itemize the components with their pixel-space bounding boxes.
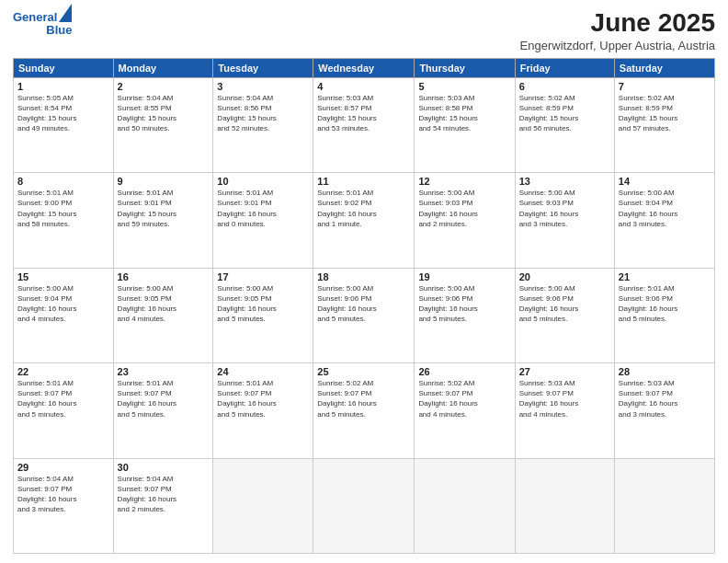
day-info: Sunrise: 5:01 AM Sunset: 9:01 PM Dayligh… — [217, 188, 309, 229]
calendar-cell: 2Sunrise: 5:04 AM Sunset: 8:55 PM Daylig… — [113, 77, 213, 172]
day-number: 6 — [519, 81, 610, 92]
column-header-friday: Friday — [515, 58, 614, 77]
day-number: 26 — [418, 366, 510, 377]
day-info: Sunrise: 5:01 AM Sunset: 9:01 PM Dayligh… — [118, 188, 210, 229]
day-info: Sunrise: 5:01 AM Sunset: 9:07 PM Dayligh… — [17, 378, 109, 419]
day-number: 21 — [619, 271, 711, 282]
day-info: Sunrise: 5:01 AM Sunset: 9:02 PM Dayligh… — [317, 188, 410, 229]
week-row-4: 22Sunrise: 5:01 AM Sunset: 9:07 PM Dayli… — [14, 363, 715, 458]
calendar-cell: 30Sunrise: 5:04 AM Sunset: 9:07 PM Dayli… — [113, 458, 213, 553]
day-number: 2 — [118, 81, 210, 92]
day-info: Sunrise: 5:02 AM Sunset: 9:07 PM Dayligh… — [317, 378, 410, 419]
day-number: 29 — [17, 462, 109, 473]
day-number: 25 — [317, 366, 410, 377]
day-number: 28 — [619, 366, 711, 377]
calendar-cell — [313, 458, 415, 553]
day-number: 10 — [217, 176, 309, 187]
calendar-cell: 26Sunrise: 5:02 AM Sunset: 9:07 PM Dayli… — [415, 363, 515, 458]
column-header-saturday: Saturday — [614, 58, 714, 77]
day-number: 7 — [619, 81, 711, 92]
day-info: Sunrise: 5:03 AM Sunset: 9:07 PM Dayligh… — [519, 378, 610, 419]
day-info: Sunrise: 5:04 AM Sunset: 8:55 PM Dayligh… — [118, 93, 210, 134]
day-number: 11 — [317, 176, 410, 187]
day-number: 9 — [118, 176, 210, 187]
header: General Blue June 2025 Engerwitzdorf, Up… — [13, 9, 715, 52]
column-header-tuesday: Tuesday — [213, 58, 313, 77]
calendar-cell: 13Sunrise: 5:00 AM Sunset: 9:03 PM Dayli… — [515, 173, 614, 268]
calendar-cell: 27Sunrise: 5:03 AM Sunset: 9:07 PM Dayli… — [515, 363, 614, 458]
day-number: 14 — [619, 176, 711, 187]
day-info: Sunrise: 5:01 AM Sunset: 9:07 PM Dayligh… — [217, 378, 309, 419]
calendar-cell: 11Sunrise: 5:01 AM Sunset: 9:02 PM Dayli… — [313, 173, 415, 268]
day-info: Sunrise: 5:00 AM Sunset: 9:05 PM Dayligh… — [217, 283, 309, 325]
calendar-cell: 17Sunrise: 5:00 AM Sunset: 9:05 PM Dayli… — [213, 268, 313, 362]
day-info: Sunrise: 5:00 AM Sunset: 9:06 PM Dayligh… — [317, 283, 410, 325]
day-number: 19 — [418, 271, 510, 282]
calendar-cell — [614, 458, 714, 553]
calendar-cell: 8Sunrise: 5:01 AM Sunset: 9:00 PM Daylig… — [14, 173, 114, 268]
day-number: 24 — [217, 366, 309, 377]
week-row-5: 29Sunrise: 5:04 AM Sunset: 9:07 PM Dayli… — [14, 458, 715, 553]
calendar: SundayMondayTuesdayWednesdayThursdayFrid… — [13, 58, 715, 554]
day-info: Sunrise: 5:02 AM Sunset: 8:59 PM Dayligh… — [519, 93, 610, 134]
day-number: 20 — [519, 271, 610, 282]
calendar-cell: 24Sunrise: 5:01 AM Sunset: 9:07 PM Dayli… — [213, 363, 313, 458]
location-title: Engerwitzdorf, Upper Austria, Austria — [520, 39, 715, 52]
day-info: Sunrise: 5:00 AM Sunset: 9:04 PM Dayligh… — [17, 283, 109, 325]
day-info: Sunrise: 5:03 AM Sunset: 9:07 PM Dayligh… — [619, 378, 711, 419]
logo-text-blue: Blue — [46, 24, 72, 38]
calendar-cell: 15Sunrise: 5:00 AM Sunset: 9:04 PM Dayli… — [14, 268, 114, 362]
calendar-cell: 9Sunrise: 5:01 AM Sunset: 9:01 PM Daylig… — [113, 173, 213, 268]
day-number: 17 — [217, 271, 309, 282]
day-number: 3 — [217, 81, 309, 92]
calendar-cell: 12Sunrise: 5:00 AM Sunset: 9:03 PM Dayli… — [415, 173, 515, 268]
day-number: 4 — [317, 81, 410, 92]
day-info: Sunrise: 5:00 AM Sunset: 9:03 PM Dayligh… — [418, 188, 510, 229]
day-info: Sunrise: 5:01 AM Sunset: 9:07 PM Dayligh… — [118, 378, 210, 419]
day-info: Sunrise: 5:00 AM Sunset: 9:04 PM Dayligh… — [619, 188, 711, 229]
day-number: 13 — [519, 176, 610, 187]
day-info: Sunrise: 5:00 AM Sunset: 9:06 PM Dayligh… — [418, 283, 510, 325]
day-info: Sunrise: 5:00 AM Sunset: 9:03 PM Dayligh… — [519, 188, 610, 229]
calendar-cell: 25Sunrise: 5:02 AM Sunset: 9:07 PM Dayli… — [313, 363, 415, 458]
calendar-cell: 29Sunrise: 5:04 AM Sunset: 9:07 PM Dayli… — [14, 458, 114, 553]
day-info: Sunrise: 5:05 AM Sunset: 8:54 PM Dayligh… — [17, 93, 109, 134]
calendar-cell: 7Sunrise: 5:02 AM Sunset: 8:59 PM Daylig… — [614, 77, 714, 172]
day-number: 15 — [17, 271, 109, 282]
title-block: June 2025 Engerwitzdorf, Upper Austria, … — [520, 9, 715, 52]
calendar-cell: 10Sunrise: 5:01 AM Sunset: 9:01 PM Dayli… — [213, 173, 313, 268]
calendar-cell: 28Sunrise: 5:03 AM Sunset: 9:07 PM Dayli… — [614, 363, 714, 458]
calendar-cell: 16Sunrise: 5:00 AM Sunset: 9:05 PM Dayli… — [113, 268, 213, 362]
calendar-cell — [213, 458, 313, 553]
day-number: 18 — [317, 271, 410, 282]
calendar-cell — [415, 458, 515, 553]
day-info: Sunrise: 5:02 AM Sunset: 9:07 PM Dayligh… — [418, 378, 510, 419]
calendar-cell: 5Sunrise: 5:03 AM Sunset: 8:58 PM Daylig… — [415, 77, 515, 172]
column-header-monday: Monday — [113, 58, 213, 77]
day-info: Sunrise: 5:00 AM Sunset: 9:06 PM Dayligh… — [519, 283, 610, 325]
day-number: 12 — [418, 176, 510, 187]
page: General Blue June 2025 Engerwitzdorf, Up… — [0, 0, 728, 563]
calendar-cell: 3Sunrise: 5:04 AM Sunset: 8:56 PM Daylig… — [213, 77, 313, 172]
column-header-thursday: Thursday — [415, 58, 515, 77]
month-title: June 2025 — [520, 9, 715, 38]
week-row-1: 1Sunrise: 5:05 AM Sunset: 8:54 PM Daylig… — [14, 77, 715, 172]
column-header-wednesday: Wednesday — [313, 58, 415, 77]
day-info: Sunrise: 5:02 AM Sunset: 8:59 PM Dayligh… — [619, 93, 711, 134]
calendar-cell: 18Sunrise: 5:00 AM Sunset: 9:06 PM Dayli… — [313, 268, 415, 362]
day-number: 22 — [17, 366, 109, 377]
day-info: Sunrise: 5:00 AM Sunset: 9:05 PM Dayligh… — [118, 283, 210, 325]
day-number: 30 — [118, 462, 210, 473]
calendar-cell — [515, 458, 614, 553]
day-info: Sunrise: 5:03 AM Sunset: 8:57 PM Dayligh… — [317, 93, 410, 134]
calendar-cell: 1Sunrise: 5:05 AM Sunset: 8:54 PM Daylig… — [14, 77, 114, 172]
calendar-cell: 4Sunrise: 5:03 AM Sunset: 8:57 PM Daylig… — [313, 77, 415, 172]
day-info: Sunrise: 5:04 AM Sunset: 9:07 PM Dayligh… — [118, 474, 210, 515]
calendar-cell: 23Sunrise: 5:01 AM Sunset: 9:07 PM Dayli… — [113, 363, 213, 458]
calendar-header-row: SundayMondayTuesdayWednesdayThursdayFrid… — [14, 58, 715, 77]
day-info: Sunrise: 5:03 AM Sunset: 8:58 PM Dayligh… — [418, 93, 510, 134]
logo: General Blue — [13, 9, 72, 38]
day-number: 8 — [17, 176, 109, 187]
calendar-cell: 14Sunrise: 5:00 AM Sunset: 9:04 PM Dayli… — [614, 173, 714, 268]
calendar-cell: 20Sunrise: 5:00 AM Sunset: 9:06 PM Dayli… — [515, 268, 614, 362]
